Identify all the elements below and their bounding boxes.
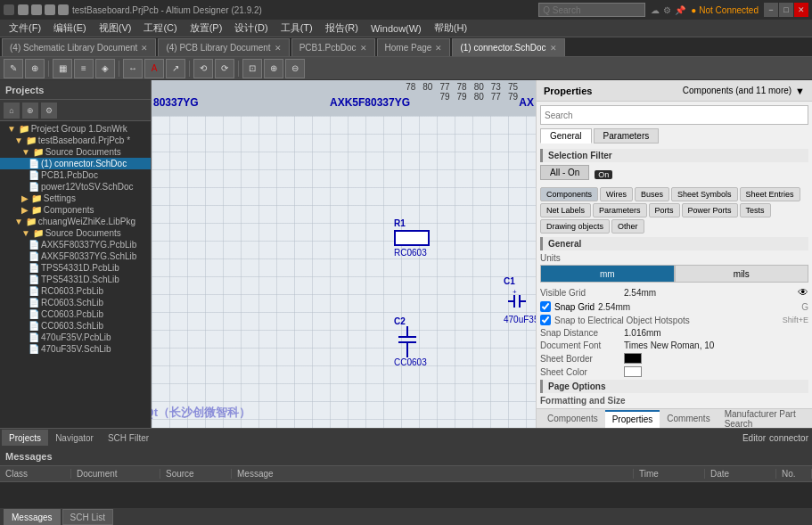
more-icon[interactable] bbox=[58, 4, 69, 15]
projects-settings-btn[interactable]: ⚙ bbox=[41, 103, 57, 119]
tree-power12v-schdoc[interactable]: 📄 power12VtoSV.SchDoc bbox=[0, 181, 151, 193]
tree-settings[interactable]: ▶ 📁 Settings bbox=[0, 193, 151, 204]
toolbar-zoom-out[interactable]: ⊖ bbox=[285, 59, 305, 78]
unit-mm[interactable]: mm bbox=[540, 265, 675, 283]
component-r1[interactable]: R1 RC0603 bbox=[394, 218, 430, 258]
visible-grid-eye-icon[interactable]: 👁 bbox=[798, 286, 808, 299]
menu-design[interactable]: 设计(D) bbox=[229, 20, 273, 37]
close-button[interactable]: ✕ bbox=[794, 3, 808, 17]
tab-close-schlib[interactable]: ✕ bbox=[141, 44, 148, 53]
panel-tab-projects[interactable]: Projects bbox=[2, 430, 48, 446]
tree-components[interactable]: ▶ 📁 Components bbox=[0, 204, 151, 216]
props-btab-comments[interactable]: Comments bbox=[660, 410, 717, 428]
global-search[interactable] bbox=[538, 3, 645, 17]
tree-axk-schlib[interactable]: 📄 AXK5F80337YG.SchLib bbox=[0, 250, 151, 262]
filter-ports[interactable]: Ports bbox=[649, 203, 680, 217]
properties-filter-icon[interactable]: ▼ bbox=[795, 86, 805, 96]
toolbar-zoom-fit[interactable]: ⊡ bbox=[242, 59, 262, 78]
toolbar-btn-7[interactable]: ↗ bbox=[166, 59, 185, 78]
tab-close-connector[interactable]: ✕ bbox=[550, 44, 557, 53]
toolbar-btn-5[interactable]: ↔ bbox=[123, 59, 143, 78]
sheet-border-color[interactable] bbox=[624, 353, 642, 364]
tree-rc0603-pcblib[interactable]: 📄 RC0603.PcbLib bbox=[0, 285, 151, 297]
component-c1[interactable]: C1 + 470uF35V bbox=[504, 276, 536, 324]
props-btab-manufacturer[interactable]: Manufacturer Part Search bbox=[718, 410, 812, 428]
snap-electrical-checkbox[interactable] bbox=[540, 315, 551, 325]
maximize-button[interactable]: □ bbox=[779, 3, 793, 17]
props-btab-components[interactable]: Components bbox=[540, 410, 605, 428]
toolbar-btn-4[interactable]: ◈ bbox=[95, 59, 115, 78]
menu-view[interactable]: 视图(V) bbox=[94, 20, 137, 37]
tree-project-group[interactable]: ▼ 📁 Project Group 1.DsnWrk bbox=[0, 123, 151, 135]
panel-tab-sch-filter[interactable]: SCH Filter bbox=[101, 430, 156, 446]
filter-power-ports[interactable]: Power Ports bbox=[682, 203, 738, 217]
tree-tps54331-pcblib[interactable]: 📄 TPS54331D.PcbLib bbox=[0, 262, 151, 274]
tree-chuangwei-libpkg[interactable]: ▼ 📁 chuangWeiZhiKe.LibPkg bbox=[0, 216, 151, 227]
menu-file[interactable]: 文件(F) bbox=[4, 20, 46, 37]
menu-reports[interactable]: 报告(R) bbox=[320, 20, 364, 37]
toolbar-btn-3[interactable]: ≡ bbox=[74, 59, 94, 78]
toolbar-btn-1[interactable]: ⊕ bbox=[25, 59, 45, 78]
filter-parameters[interactable]: Parameters bbox=[593, 203, 647, 217]
toolbar-btn-0[interactable]: ✎ bbox=[4, 59, 23, 78]
tree-testbaseboard[interactable]: ▼ 📁 testBaseboard.PrjPcb * bbox=[0, 135, 151, 146]
panel-tab-navigator[interactable]: Navigator bbox=[48, 430, 101, 446]
tree-tps54331-schlib[interactable]: 📄 TPS54331D.SchLib bbox=[0, 274, 151, 285]
filter-sheet-entries[interactable]: Sheet Entries bbox=[740, 187, 800, 201]
toolbar-btn-8[interactable]: ⟲ bbox=[193, 59, 213, 78]
toolbar-btn-9[interactable]: ⟳ bbox=[215, 59, 234, 78]
tree-cc0603-schlib[interactable]: 📄 CC0603.SchLib bbox=[0, 320, 151, 332]
filter-components[interactable]: Components bbox=[540, 187, 598, 201]
tree-axk-pcblib[interactable]: 📄 AXK5F80337YG.PcbLib bbox=[0, 239, 151, 250]
tab-pcb[interactable]: PCB1.PcbDoc ✕ bbox=[291, 38, 375, 56]
tree-connector-schdoc[interactable]: 📄 (1) connector.SchDoc bbox=[0, 158, 151, 169]
tab-pcblib[interactable]: (4) PCB Library Document ✕ bbox=[158, 38, 289, 56]
menu-window[interactable]: Window(W) bbox=[365, 20, 427, 37]
schematic-background[interactable]: 78 80 77 78 80 73 75 79 79 80 77 79 8033… bbox=[152, 80, 536, 428]
menu-edit[interactable]: 编辑(E) bbox=[48, 20, 92, 37]
menu-place[interactable]: 放置(P) bbox=[185, 20, 228, 37]
component-c2[interactable]: C2 CC0603 bbox=[394, 316, 427, 367]
tree-cc0603-pcblib[interactable]: 📄 CC0603.PcbLib bbox=[0, 308, 151, 320]
tab-close-pcb[interactable]: ✕ bbox=[360, 44, 367, 53]
tree-rc0603-schlib[interactable]: 📄 RC0603.SchLib bbox=[0, 297, 151, 308]
tab-close-home[interactable]: ✕ bbox=[435, 44, 442, 53]
properties-search[interactable] bbox=[540, 105, 808, 125]
snap-grid-checkbox[interactable] bbox=[540, 301, 551, 312]
filter-wires[interactable]: Wires bbox=[600, 187, 633, 201]
menu-help[interactable]: 帮助(H) bbox=[429, 20, 472, 37]
filter-sheet-symbols[interactable]: Sheet Symbols bbox=[671, 187, 738, 201]
sheet-color-swatch[interactable] bbox=[624, 366, 642, 377]
toolbar-btn-2[interactable]: ▦ bbox=[53, 59, 72, 78]
redo-icon[interactable] bbox=[45, 4, 55, 15]
tab-general[interactable]: General bbox=[540, 128, 592, 144]
projects-home-btn[interactable]: ⌂ bbox=[4, 103, 20, 119]
save-icon[interactable] bbox=[18, 4, 29, 15]
undo-icon[interactable] bbox=[31, 4, 42, 15]
tree-source-docs[interactable]: ▼ 📁 Source Documents bbox=[0, 146, 151, 158]
filter-buses[interactable]: Buses bbox=[635, 187, 669, 201]
filter-tests[interactable]: Tests bbox=[740, 203, 771, 217]
tree-470uf35v-schlib[interactable]: 📄 470uF35V.SchLib bbox=[0, 343, 151, 355]
tab-connector[interactable]: (1) connector.SchDoc ✕ bbox=[452, 38, 564, 56]
filter-net-labels[interactable]: Net Labels bbox=[540, 203, 591, 217]
bottom-tab-messages[interactable]: Messages bbox=[4, 509, 61, 525]
menu-project[interactable]: 工程(C) bbox=[138, 20, 182, 37]
filter-drawing-objects[interactable]: Drawing objects bbox=[540, 219, 610, 234]
all-on-button[interactable]: All - On bbox=[540, 165, 589, 180]
projects-add-btn[interactable]: ⊕ bbox=[22, 103, 38, 119]
tree-chuangwei-source[interactable]: ▼ 📁 Source Documents bbox=[0, 227, 151, 239]
bottom-tab-sch-list[interactable]: SCH List bbox=[62, 509, 113, 525]
minimize-button[interactable]: − bbox=[764, 3, 778, 17]
menu-tools[interactable]: 工具(T) bbox=[275, 20, 318, 37]
toolbar-zoom-in[interactable]: ⊕ bbox=[264, 59, 283, 78]
unit-mils[interactable]: mils bbox=[675, 265, 809, 283]
tree-470uf35v-pcblib[interactable]: 📄 470uF35V.PcbLib bbox=[0, 332, 151, 343]
tab-home[interactable]: Home Page ✕ bbox=[377, 38, 451, 56]
props-btab-properties[interactable]: Properties bbox=[605, 410, 660, 428]
tree-pcb1-pcbdoc[interactable]: 📄 PCB1.PcbDoc bbox=[0, 169, 151, 181]
tab-parameters[interactable]: Parameters bbox=[594, 128, 660, 144]
filter-other[interactable]: Other bbox=[611, 219, 644, 234]
toolbar-btn-6[interactable]: A bbox=[144, 59, 164, 78]
schematic-canvas[interactable]: 78 80 77 78 80 73 75 79 79 80 77 79 8033… bbox=[152, 80, 536, 428]
